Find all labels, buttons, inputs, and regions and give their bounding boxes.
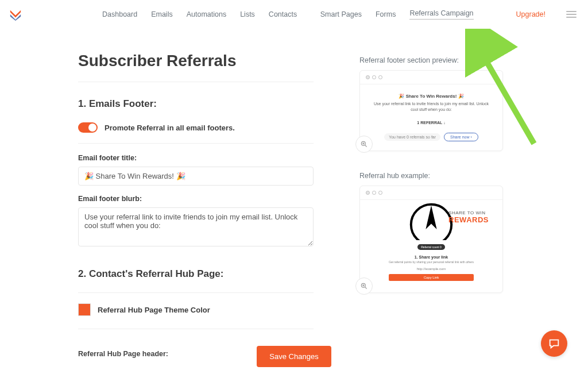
footer-blurb-label: Email footer blurb: — [78, 195, 314, 203]
upgrade-link[interactable]: Upgrade! — [516, 10, 546, 18]
pv-count-pill: You have 0 referrals so far — [384, 133, 440, 141]
nav-left: Dashboard Emails Automations Lists Conta… — [102, 10, 297, 18]
nav-smart-pages[interactable]: Smart Pages — [320, 10, 362, 18]
nav-forms[interactable]: Forms — [376, 10, 396, 18]
settings-column: Subscriber Referrals 1. Emails Footer: P… — [78, 52, 314, 358]
hub-step-heading: 1. Share your link — [377, 255, 485, 259]
preview-footer-card: 🎉 Share To Win Rewards! 🎉 Use your refer… — [359, 70, 503, 151]
hub-copy-button: Copy Link — [389, 274, 474, 281]
nav-contacts[interactable]: Contacts — [269, 10, 297, 18]
window-dots — [360, 71, 502, 84]
theme-color-label: Referral Hub Page Theme Color — [98, 306, 210, 314]
chat-icon — [548, 337, 560, 350]
nav-automations[interactable]: Automations — [187, 10, 226, 18]
nav-right: Smart Pages Forms Referrals Campaign Upg… — [320, 9, 577, 20]
footer-title-label: Email footer title: — [78, 154, 314, 162]
divider — [78, 82, 314, 82]
menu-icon[interactable] — [566, 11, 577, 18]
zoom-hub-preview-button[interactable] — [355, 277, 373, 295]
top-nav: Dashboard Emails Automations Lists Conta… — [0, 0, 588, 29]
section1-heading: 1. Emails Footer: — [78, 98, 314, 110]
nav-referrals-campaign[interactable]: Referrals Campaign — [409, 9, 473, 20]
save-changes-button[interactable]: Save Changes — [257, 346, 331, 367]
divider — [78, 329, 314, 329]
pv-footer-blurb: Use your referral link to invite friends… — [370, 101, 492, 113]
zoom-footer-preview-button[interactable] — [355, 136, 373, 153]
preview-footer-label: Referral footer section preview: — [359, 56, 560, 64]
nav-lists[interactable]: Lists — [240, 10, 255, 18]
divider — [78, 143, 314, 144]
hub-logo-icon — [408, 200, 454, 240]
hub-banner-text: SHARE TO WIN REWARDS — [448, 210, 489, 224]
svg-line-1 — [365, 145, 367, 146]
preview-hub-label: Referral hub example: — [359, 172, 560, 180]
save-bar: Save Changes — [0, 346, 588, 367]
theme-color-row: Referral Hub Page Theme Color — [78, 303, 314, 316]
promote-toggle[interactable] — [78, 122, 98, 133]
theme-color-swatch[interactable] — [78, 303, 91, 316]
hub-line2: REWARDS — [448, 215, 489, 224]
footer-blurb-textarea[interactable] — [78, 207, 314, 246]
pv-referral-count: 1 REFERRAL ↓ — [370, 121, 492, 125]
promote-toggle-row: Promote Referral in all email footers. — [78, 122, 314, 133]
pv-footer-title: 🎉 Share To Win Rewards! 🎉 — [370, 94, 492, 99]
hub-step-text: Get referral points by sharing your pers… — [377, 260, 485, 264]
section2-heading: 2. Contact's Referral Hub Page: — [78, 268, 314, 280]
hub-line1: SHARE TO WIN — [448, 210, 489, 215]
nav-emails[interactable]: Emails — [151, 10, 173, 18]
page-title: Subscriber Referrals — [78, 52, 314, 70]
magnify-plus-icon — [360, 282, 368, 290]
window-dots — [360, 186, 502, 200]
pv-share-button: Share now › — [444, 133, 478, 141]
magnify-plus-icon — [360, 140, 368, 148]
preview-column: Referral footer section preview: 🎉 Share… — [359, 52, 560, 358]
main-content: Subscriber Referrals 1. Emails Footer: P… — [0, 29, 588, 358]
chat-fab[interactable] — [541, 330, 567, 357]
svg-line-6 — [365, 287, 367, 289]
hub-referral-badge: Referral count 0 — [417, 244, 445, 250]
promote-toggle-label: Promote Referral in all email footers. — [105, 124, 235, 132]
divider — [78, 292, 314, 293]
footer-title-input[interactable] — [78, 167, 314, 186]
preview-hub-card: SHARE TO WIN REWARDS Referral count 0 1.… — [359, 186, 503, 294]
hub-url: http://example.com — [377, 267, 485, 271]
hub-banner: SHARE TO WIN REWARDS — [360, 200, 502, 240]
app-logo — [9, 8, 22, 21]
nav-dashboard[interactable]: Dashboard — [102, 10, 137, 18]
